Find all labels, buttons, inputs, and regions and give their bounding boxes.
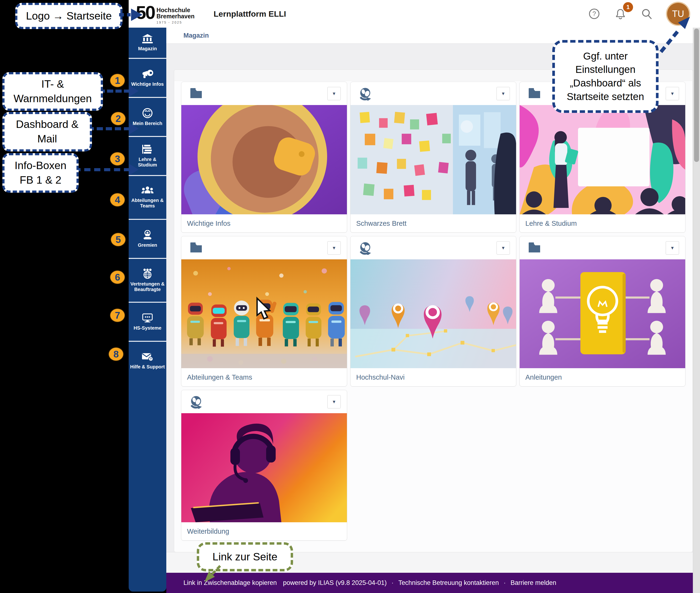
sidebar-item-label: HS-Systeme [130, 325, 165, 331]
page-title: Lernplattform ELLI [214, 9, 286, 18]
logo-anniversary-years: 1975 - 2025 [156, 21, 195, 24]
card-actions-dropdown[interactable]: ▾ [496, 87, 510, 100]
sidebar-item-hs-systeme[interactable]: HS-Systeme [128, 302, 166, 341]
annotation-text: Ggf. unter [583, 49, 628, 63]
bank-icon [142, 34, 153, 44]
annotation-arrowhead [129, 85, 139, 97]
card-actions-dropdown[interactable]: ▾ [327, 87, 341, 100]
sidebar-item-hilfe-support[interactable]: ? Hilfe & Support [128, 341, 166, 380]
card-title[interactable]: Anleitungen [520, 368, 685, 386]
annotation-text: Dashboard & [16, 117, 79, 132]
card-image-robots [181, 259, 347, 368]
sidebar-item-vertretungen-beauftragte[interactable]: Vertretungen & Beauftragte [128, 258, 166, 302]
sidebar-item-abteilungen-teams[interactable]: Abteilungen & Teams [128, 175, 166, 219]
help-icon: ? [589, 8, 600, 19]
annotation-arrow-to-logo [119, 7, 143, 23]
sidebar-item-gremien[interactable]: Gremien [128, 219, 166, 258]
step-number-8: 8 [109, 348, 123, 361]
sidebar-item-magazin[interactable]: Magazin [128, 28, 166, 58]
step-number-2: 2 [111, 112, 125, 125]
card-wichtige-infos[interactable]: ▾ Wichtige Infos [181, 82, 347, 233]
annotation-connector-line [88, 127, 130, 130]
sidebar-item-label: Vertretungen & Beauftragte [130, 281, 165, 292]
annotation-dashboard-mail-callout: Dashboard & Mail [2, 112, 92, 152]
annotation-arrowhead [129, 164, 139, 175]
card-title[interactable]: Hochschul-Navi [351, 368, 516, 386]
card-actions-dropdown[interactable]: ▾ [496, 241, 510, 254]
hochschule-bremerhaven-logo[interactable]: 50 Hochschule Bremerhaven 1975 - 2025 [136, 4, 195, 24]
committee-icon [142, 230, 153, 240]
books-graduation-icon [142, 144, 153, 154]
sidebar-item-label: Gremien [130, 242, 165, 248]
smiley-icon [142, 108, 153, 118]
annotation-arrow-to-copy-link [196, 564, 234, 586]
annotation-settings-callout: Ggf. unter Einstellungen „Dashboard“ als… [552, 40, 659, 113]
card-image-map-pins [351, 259, 516, 368]
report-barrier-link[interactable]: Barriere melden [511, 579, 556, 587]
card-actions-dropdown[interactable]: ▾ [327, 241, 341, 254]
card-actions-dropdown[interactable]: ▾ [666, 241, 679, 254]
vertical-scrollbar[interactable] [693, 28, 700, 593]
annotation-connector-line [74, 168, 130, 171]
footer-bar: Link in Zwischenablage kopieren powered … [166, 573, 700, 593]
caret-down-icon: ▾ [502, 245, 504, 251]
card-image-sticky-notes [351, 105, 516, 214]
card-hochschul-navi[interactable]: ▾ Hochschul-Navi [350, 236, 516, 387]
logo-name-line1: Hochschule [156, 7, 195, 13]
card-image-presentation [520, 105, 685, 214]
step-number-7: 7 [110, 309, 124, 322]
step-number-4: 4 [110, 193, 124, 206]
card-title[interactable]: Schwarzes Brett [351, 214, 516, 232]
caret-down-icon: ▾ [502, 90, 504, 97]
footer-separator: · [504, 579, 506, 587]
card-title[interactable]: Lehre & Studium [520, 214, 685, 232]
card-schwarzes-brett[interactable]: ▾ [350, 82, 516, 233]
sidebar-item-label: Magazin [130, 46, 165, 51]
annotation-text: Warnmeldungen [13, 91, 92, 106]
card-actions-dropdown[interactable]: ▾ [666, 87, 679, 100]
globe-people-icon [142, 268, 153, 279]
logo-name-line2: Bremerhaven [156, 13, 195, 19]
search-icon [641, 8, 652, 19]
card-actions-dropdown[interactable]: ▾ [327, 395, 341, 408]
support-contact-link[interactable]: Technische Betreuung kontaktieren [398, 579, 499, 587]
header-bar: 50 Hochschule Bremerhaven 1975 - 2025 Le… [128, 0, 700, 28]
annotation-text: IT- & [41, 77, 64, 91]
card-image-idea-network [520, 259, 685, 368]
annotation-connector-line [99, 89, 130, 93]
folder-icon [189, 87, 203, 99]
main-sidebar: Magazin Wichtige Infos Mein Bereich Lehr… [128, 28, 166, 592]
powered-by-text: powered by ILIAS (v9.8 2025-04-01) [283, 579, 387, 587]
annotation-text: Mail [37, 132, 57, 146]
step-number-6: 6 [110, 271, 124, 284]
annotation-text: Link zur Seite [213, 550, 278, 564]
svg-text:?: ? [150, 357, 152, 361]
logo-name: Hochschule Bremerhaven 1975 - 2025 [156, 7, 195, 24]
card-anleitungen[interactable]: ▾ Anleitungen [519, 236, 686, 387]
card-title[interactable]: Weiterbildung [181, 522, 347, 540]
help-button[interactable]: ? [589, 8, 600, 19]
annotation-infoboxen-callout: Info-Boxen FB 1 & 2 [2, 153, 79, 193]
card-image-headphones-learner [181, 413, 347, 522]
step-number-3: 3 [110, 152, 124, 165]
annotation-text: Info-Boxen [14, 158, 67, 173]
people-group-icon [142, 186, 153, 195]
sidebar-item-label: Abteilungen & Teams [130, 198, 165, 209]
card-abteilungen-teams[interactable]: ▾ Abtei [181, 236, 347, 387]
card-title[interactable]: Abteilungen & Teams [181, 368, 347, 386]
annotation-text: „Dashboard“ als [570, 76, 641, 90]
weblink-icon [359, 87, 372, 101]
annotation-text: FB 1 & 2 [20, 173, 61, 188]
card-title[interactable]: Wichtige Infos [181, 214, 347, 232]
breadcrumb[interactable]: Magazin [183, 32, 209, 39]
caret-down-icon: ▾ [333, 90, 335, 97]
caret-down-icon: ▾ [333, 245, 335, 251]
annotation-logo-callout: Logo → Startseite [15, 3, 122, 29]
svg-text:?: ? [592, 10, 596, 17]
step-number-5: 5 [111, 233, 125, 246]
caret-down-icon: ▾ [671, 245, 673, 251]
notification-count-badge: 1 [622, 1, 634, 13]
megaphone-icon [142, 69, 153, 79]
search-button[interactable] [641, 8, 652, 19]
card-weiterbildung[interactable]: ▾ Weiterbildung [181, 390, 347, 541]
